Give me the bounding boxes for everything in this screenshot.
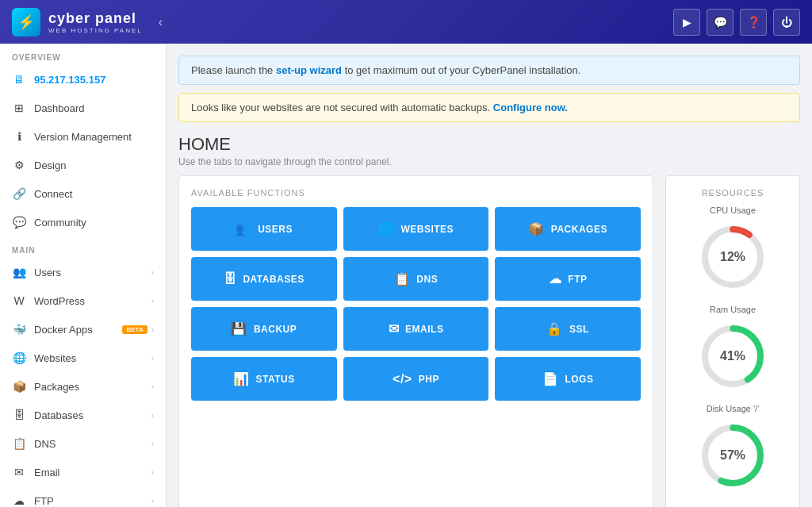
docker-arrow-icon: › — [151, 325, 154, 334]
home-section: HOME Use the tabs to navigate through th… — [178, 130, 800, 167]
backup-function-button[interactable]: 💾 BACKUP — [191, 307, 337, 351]
collapse-button[interactable]: ‹ — [159, 15, 163, 29]
docker-icon: 🐳 — [12, 322, 26, 336]
users-func-icon: 👥 — [236, 221, 252, 236]
disk-donut-wrap: 57% — [697, 420, 768, 491]
sidebar-item-websites[interactable]: 🌐 Websites › — [0, 344, 166, 372]
users-arrow-icon: › — [151, 268, 154, 277]
alert-blue-rest: to get maximum out of your CyberPanel in… — [342, 64, 580, 76]
main-content: Please launch the set-up wizard to get m… — [167, 44, 812, 507]
setup-wizard-alert: Please launch the set-up wizard to get m… — [178, 56, 800, 85]
page-subtitle: Use the tabs to navigate through the con… — [178, 156, 800, 167]
packages-icon: 📦 — [12, 379, 26, 394]
dashboard-icon: ⊞ — [12, 101, 26, 115]
sidebar-item-community[interactable]: 💬 Community — [0, 208, 166, 236]
php-func-label: PHP — [419, 374, 439, 385]
sidebar-item-version-management[interactable]: ℹ Version Management — [0, 122, 166, 151]
databases-func-label: DATABASES — [243, 274, 304, 285]
youtube-icon-button[interactable]: ▶ — [673, 9, 700, 36]
connect-icon: 🔗 — [12, 186, 26, 201]
sidebar-dns-label: DNS — [34, 438, 151, 450]
sidebar-item-email[interactable]: ✉ Email › — [0, 458, 166, 486]
sidebar-ip-address: 95.217.135.157 — [34, 74, 154, 86]
overview-section-label: OVERVIEW — [0, 44, 166, 65]
websites-icon: 🌐 — [12, 351, 26, 365]
functions-grid: 👥 USERS 🌐 WEBSITES 📦 PACKAGES 🗄 DATABASE… — [191, 207, 641, 401]
php-function-button[interactable]: </> PHP — [343, 357, 489, 401]
sidebar-item-dns[interactable]: 📋 DNS › — [0, 429, 166, 458]
dns-function-button[interactable]: 📋 DNS — [343, 257, 489, 301]
ram-usage-value: 41% — [720, 349, 745, 363]
sidebar-ftp-label: FTP — [34, 495, 151, 507]
sidebar-dashboard-label: Dashboard — [34, 102, 154, 114]
design-icon: ⚙ — [12, 158, 26, 172]
docker-beta-badge: BETA — [122, 325, 147, 334]
sidebar-connect-label: Connect — [34, 188, 154, 200]
help-icon-button[interactable]: ❓ — [740, 9, 767, 36]
users-function-button[interactable]: 👥 USERS — [191, 207, 337, 251]
logs-func-label: LOGS — [565, 374, 593, 385]
chat-icon-button[interactable]: 💬 — [707, 9, 733, 36]
sidebar-community-label: Community — [34, 217, 154, 229]
sidebar-version-label: Version Management — [34, 131, 154, 143]
power-icon-button[interactable]: ⏻ — [773, 9, 800, 36]
sidebar-item-docker-apps[interactable]: 🐳 Docker Apps BETA › — [0, 315, 166, 344]
configure-now-link[interactable]: Configure now. — [493, 102, 568, 113]
status-func-icon: 📊 — [233, 371, 250, 386]
users-func-label: USERS — [258, 224, 293, 235]
websites-function-button[interactable]: 🌐 WEBSITES — [343, 207, 489, 251]
sidebar-item-databases[interactable]: 🗄 Databases › — [0, 401, 166, 429]
ftp-func-label: FTP — [568, 274, 587, 285]
sidebar-item-wordpress[interactable]: W WordPress › — [0, 286, 166, 315]
sidebar-item-ftp[interactable]: ☁ FTP › — [0, 486, 166, 507]
monitor-icon: 🖥 — [12, 72, 26, 86]
logo-icon: ⚡ — [12, 8, 40, 36]
alert-yellow-text: Looks like your websites are not secured… — [191, 102, 493, 113]
dns-func-label: DNS — [416, 274, 438, 285]
ram-usage-label: Ram Usage — [678, 305, 787, 314]
sidebar: OVERVIEW 🖥 95.217.135.157 ⊞ Dashboard ℹ … — [0, 44, 167, 507]
php-func-icon: </> — [393, 372, 412, 386]
ftp-icon: ☁ — [12, 494, 26, 507]
sidebar-item-users[interactable]: 👥 Users › — [0, 258, 166, 286]
sidebar-item-connect[interactable]: 🔗 Connect — [0, 179, 166, 208]
sidebar-email-label: Email — [34, 467, 151, 478]
packages-function-button[interactable]: 📦 PACKAGES — [495, 207, 641, 251]
disk-donut-container: 57% — [678, 420, 787, 491]
setup-wizard-link[interactable]: set-up wizard — [276, 64, 342, 76]
sidebar-item-dashboard[interactable]: ⊞ Dashboard — [0, 94, 166, 122]
cpu-donut-wrap: 12% — [697, 221, 768, 293]
databases-function-button[interactable]: 🗄 DATABASES — [191, 257, 337, 301]
ram-donut-wrap: 41% — [697, 321, 768, 392]
websites-arrow-icon: › — [151, 354, 154, 363]
dns-arrow-icon: › — [151, 440, 154, 448]
status-func-label: STATUS — [255, 374, 294, 385]
ram-usage-item: Ram Usage 41% — [678, 305, 787, 392]
dns-func-icon: 📋 — [394, 271, 411, 286]
emails-function-button[interactable]: ✉ EMAILS — [343, 307, 489, 351]
sidebar-users-label: Users — [34, 267, 151, 278]
logs-function-button[interactable]: 📄 LOGS — [495, 357, 641, 401]
cpu-donut-container: 12% — [678, 221, 787, 293]
packages-arrow-icon: › — [151, 382, 154, 391]
ram-donut-container: 41% — [678, 321, 787, 392]
databases-func-icon: 🗄 — [224, 272, 237, 286]
status-function-button[interactable]: 📊 STATUS — [191, 357, 337, 401]
layout: OVERVIEW 🖥 95.217.135.157 ⊞ Dashboard ℹ … — [0, 44, 812, 507]
sidebar-item-design[interactable]: ⚙ Design — [0, 151, 166, 179]
ftp-function-button[interactable]: ☁ FTP — [495, 257, 641, 301]
sidebar-item-packages[interactable]: 📦 Packages › — [0, 372, 166, 401]
resources-panel-title: RESOURCES — [678, 188, 787, 198]
app-header: ⚡ cyber panel WEB HOSTING PANEL ‹ ▶ 💬 ❓ … — [0, 0, 812, 44]
backup-func-icon: 💾 — [231, 321, 247, 336]
ssl-function-button[interactable]: 🔒 SSL — [495, 307, 641, 351]
sidebar-design-label: Design — [34, 159, 154, 171]
backup-func-label: BACKUP — [254, 324, 297, 335]
sidebar-item-ip[interactable]: 🖥 95.217.135.157 — [0, 65, 166, 94]
websites-func-icon: 🌐 — [378, 221, 395, 236]
databases-icon: 🗄 — [12, 408, 26, 422]
websites-func-label: WEBSITES — [400, 224, 454, 235]
emails-func-label: EMAILS — [405, 324, 443, 335]
info-icon: ℹ — [12, 129, 26, 144]
header-left: ⚡ cyber panel WEB HOSTING PANEL ‹ — [12, 8, 163, 36]
